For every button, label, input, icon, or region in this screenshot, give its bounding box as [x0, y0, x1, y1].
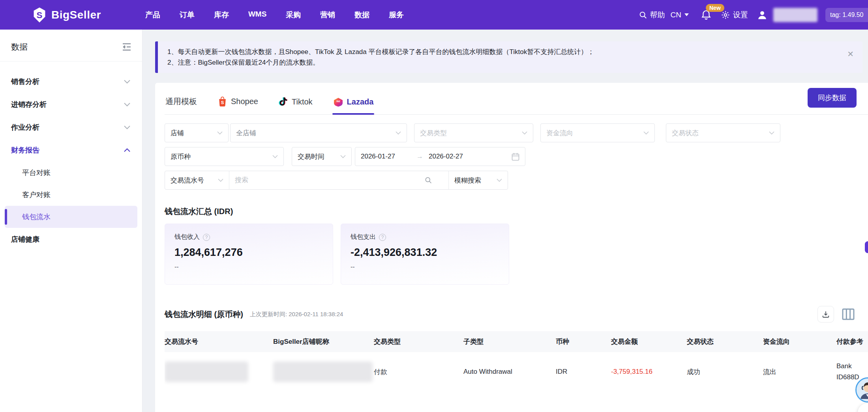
menu-services[interactable]: 服务: [389, 10, 404, 20]
brand-logo[interactable]: S BigSeller: [32, 7, 101, 23]
language-label: CN: [671, 11, 681, 19]
tiktok-icon: [279, 97, 288, 107]
wallet-detail-title: 钱包流水明细 (原币种): [165, 309, 243, 320]
help-button[interactable]: 帮助: [639, 10, 665, 20]
search-field-select[interactable]: 交易流水号: [165, 171, 229, 189]
banner-line-2: 2、注意：BigSeller仅保留最近24个月的流水数据。: [167, 57, 839, 68]
shop-field-select[interactable]: 店铺: [165, 123, 229, 142]
cell-currency: IDR: [556, 352, 611, 391]
sidebar-item-sales-analysis[interactable]: 销售分析: [0, 70, 142, 93]
cell-amount: -3,759,315.16: [611, 352, 687, 391]
chevron-down-icon: [124, 80, 130, 84]
menu-orders[interactable]: 订单: [180, 10, 195, 20]
currency-select[interactable]: 原币种: [165, 147, 284, 166]
columns-icon: [841, 307, 855, 321]
shop-field-label: 店铺: [171, 129, 213, 138]
wallet-expense-label: 钱包支出: [351, 233, 376, 241]
menu-marketing[interactable]: 营销: [320, 10, 335, 20]
side-drawer-handle[interactable]: [865, 241, 868, 253]
sidebar-item-label: 作业分析: [11, 123, 39, 132]
settings-label: 设置: [733, 10, 748, 20]
wallet-income-card: 钱包收入 ? 1,284,617,276 --: [165, 224, 333, 285]
fuzzy-search-select[interactable]: 模糊搜索: [448, 171, 508, 189]
sidebar-item-label: 进销存分析: [11, 100, 47, 109]
menu-data[interactable]: 数据: [354, 10, 369, 20]
sidebar: 数据 销售分析 进销存分析 作业分析 财务报告 平台对账 客户对账 钱包流水 店…: [0, 30, 142, 412]
tab-general-template[interactable]: 通用模板: [165, 92, 198, 114]
shop-value-select[interactable]: 全店铺: [230, 123, 407, 142]
menu-inventory[interactable]: 库存: [214, 10, 229, 20]
sidebar-item-wallet-transactions[interactable]: 钱包流水: [5, 206, 137, 228]
fuzzy-search-label: 模糊搜索: [454, 176, 494, 185]
gear-icon: [721, 10, 730, 20]
shopee-icon: S: [217, 96, 227, 107]
menu-purchase[interactable]: 采购: [286, 10, 301, 20]
sidebar-item-operation-analysis[interactable]: 作业分析: [0, 116, 142, 139]
store-nickname-redacted: [273, 362, 373, 382]
download-icon: [822, 310, 830, 318]
col-sub-type: 子类型: [463, 331, 556, 352]
col-fund-flow: 资金流向: [763, 331, 836, 352]
wallet-expense-card: 钱包支出 ? -2,413,926,831.32 --: [341, 224, 509, 285]
wallet-expense-sub: --: [351, 263, 499, 270]
wallet-income-label: 钱包收入: [174, 233, 200, 241]
menu-wms[interactable]: WMS: [248, 10, 266, 20]
top-navbar: S BigSeller 产品 订单 库存 WMS 采购 营销 数据 服务 帮助 …: [0, 0, 868, 30]
tab-tiktok[interactable]: Tiktok: [278, 93, 313, 114]
col-store-nickname: BigSeller店铺昵称: [273, 331, 374, 352]
filter-panel: 店铺 全店铺 交易类型 资金流向 交易状态: [165, 123, 868, 190]
transaction-status-select[interactable]: 交易状态: [666, 123, 780, 142]
date-start-value[interactable]: 2026-01-27: [361, 153, 395, 160]
banner-line-1: 1、每天自动更新一次钱包流水数据，且Shopee、TikTok 及 Lazada…: [167, 47, 839, 57]
notifications-button[interactable]: New: [701, 9, 711, 21]
settings-button[interactable]: 设置: [721, 10, 748, 20]
sync-data-button[interactable]: 同步数据: [808, 88, 857, 108]
shop-value-label: 全店铺: [236, 129, 392, 138]
close-icon[interactable]: ✕: [847, 50, 854, 58]
sidebar-item-inventory-analysis[interactable]: 进销存分析: [0, 93, 142, 116]
chevron-down-icon: [124, 125, 130, 129]
col-transaction-id: 交易流水号: [165, 331, 273, 352]
sidebar-item-store-health[interactable]: 店铺健康: [0, 228, 142, 251]
tab-lazada[interactable]: laz Lazada: [332, 93, 375, 114]
wallet-summary-title: 钱包流水汇总 (IDR): [165, 206, 868, 217]
help-label: 帮助: [650, 10, 665, 20]
help-circle-icon[interactable]: ?: [379, 234, 386, 241]
sidebar-item-customer-reconciliation[interactable]: 客户对账: [0, 184, 142, 206]
tab-label: Tiktok: [292, 97, 313, 106]
sidebar-item-platform-reconciliation[interactable]: 平台对账: [0, 162, 142, 184]
cell-sub-type: Auto Withdrawal: [463, 352, 556, 391]
last-updated-text: 上次更新时间: 2026-02-11 18:38:24: [250, 311, 343, 318]
cell-fund-flow: 流出: [763, 352, 836, 391]
search-input[interactable]: [235, 176, 424, 184]
sidebar-item-financial-report[interactable]: 财务报告: [0, 139, 142, 162]
transaction-type-placeholder: 交易类型: [420, 129, 518, 138]
lazada-icon: laz: [333, 97, 343, 107]
fund-flow-placeholder: 资金流向: [546, 129, 639, 138]
username-redacted: [773, 8, 817, 22]
tab-label: Shopee: [231, 97, 258, 106]
transaction-type-select[interactable]: 交易类型: [414, 123, 533, 142]
wallet-income-value: 1,284,617,276: [174, 246, 323, 259]
table-row[interactable]: 付款 Auto Withdrawal IDR -3,759,315.16 成功 …: [165, 352, 868, 391]
column-settings-button[interactable]: [840, 306, 856, 322]
user-avatar-icon[interactable]: [757, 9, 768, 21]
fund-flow-select[interactable]: 资金流向: [540, 123, 655, 142]
tab-shopee[interactable]: S Shopee: [217, 92, 259, 114]
cell-transaction-type: 付款: [374, 352, 463, 391]
cell-status: 成功: [687, 352, 763, 391]
chevron-up-icon: [124, 148, 130, 152]
help-circle-icon[interactable]: ?: [203, 234, 210, 241]
collapse-sidebar-icon[interactable]: [122, 42, 132, 52]
date-range-picker[interactable]: 2026-01-27 → 2026-02-27: [355, 147, 525, 166]
language-selector[interactable]: CN: [671, 11, 689, 19]
search-icon[interactable]: [424, 176, 432, 184]
date-end-value[interactable]: 2026-02-27: [429, 153, 463, 160]
payment-ref-line1: Bank: [836, 361, 868, 372]
svg-text:laz: laz: [336, 100, 340, 103]
time-field-select[interactable]: 交易时间: [292, 147, 352, 166]
download-button[interactable]: [817, 306, 834, 323]
menu-products[interactable]: 产品: [145, 10, 160, 20]
transactions-table: 交易流水号 BigSeller店铺昵称 交易类型 子类型 币种 交易金额 交易状…: [165, 331, 868, 391]
sidebar-item-label: 销售分析: [11, 77, 39, 86]
